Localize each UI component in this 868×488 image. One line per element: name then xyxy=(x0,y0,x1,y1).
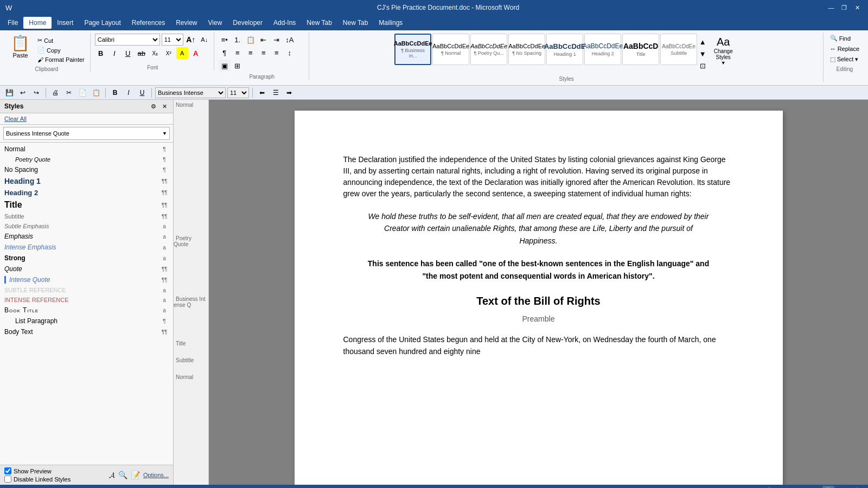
tool-redo[interactable]: ↪ xyxy=(30,87,42,98)
sort-button[interactable]: ↕A xyxy=(284,34,296,46)
minimize-button[interactable]: — xyxy=(826,3,837,12)
list-item[interactable]: Book Title a xyxy=(0,305,173,316)
tool-cut-2[interactable]: ✂ xyxy=(63,87,75,98)
disable-linked-checkbox[interactable] xyxy=(4,476,11,483)
find-button[interactable]: 🔍 Find xyxy=(828,34,853,43)
align-left-button[interactable]: ≡ xyxy=(232,47,244,59)
font-size-select[interactable]: 11 xyxy=(162,34,183,46)
view-print-button[interactable]: 📄 xyxy=(822,486,834,488)
underline-button[interactable]: U xyxy=(122,47,134,59)
styles-panel-settings[interactable]: ⚙ xyxy=(149,102,158,111)
show-preview-check[interactable]: Show Preview xyxy=(4,467,71,474)
style-dropdown[interactable]: Business Intense Quote ▼ xyxy=(3,127,170,140)
styles-more[interactable]: ⊡ xyxy=(697,60,709,72)
menu-file[interactable]: File xyxy=(2,17,23,29)
format-painter-button[interactable]: 🖌 Format Painter xyxy=(35,55,87,64)
document-container[interactable]: The Declaration justified the independen… xyxy=(209,100,868,485)
menu-home[interactable]: Home xyxy=(23,17,52,29)
list-item[interactable]: Quote ¶¶ xyxy=(0,264,173,274)
tool-undo[interactable]: ↩ xyxy=(17,87,29,98)
align-right-button[interactable]: ≡ xyxy=(258,47,270,59)
list-item[interactable]: Subtitle ¶¶ xyxy=(0,211,173,221)
style-heading1-pill[interactable]: AaBbCcDdE Heading 1 xyxy=(546,34,583,65)
view-web-button[interactable]: 🌐 xyxy=(851,486,863,488)
maximize-button[interactable]: ❐ xyxy=(839,3,850,12)
menu-references[interactable]: References xyxy=(126,17,170,29)
borders-button[interactable]: ⊞ xyxy=(232,60,244,72)
font-name-select[interactable]: Calibri xyxy=(95,34,160,46)
manage-styles-button[interactable]: 📝 xyxy=(131,471,140,479)
tool-align-l[interactable]: ⬅ xyxy=(256,87,268,98)
menu-developer[interactable]: Developer xyxy=(227,17,268,29)
menu-new-tab-2[interactable]: New Tab xyxy=(337,17,373,29)
style-business-intense[interactable]: AaBbCcDdEe ¶ Business In... xyxy=(394,34,431,65)
subscript-button[interactable]: X₂ xyxy=(149,47,161,59)
justify-button[interactable]: ≡ xyxy=(271,47,283,59)
list-item[interactable]: Subtle Reference a xyxy=(0,285,173,295)
disable-linked-check[interactable]: Disable Linked Styles xyxy=(4,476,71,483)
menu-mailings[interactable]: Mailings xyxy=(373,17,408,29)
list-item[interactable]: Intense Reference a xyxy=(0,295,173,305)
menu-review[interactable]: Review xyxy=(170,17,202,29)
bullets-button[interactable]: ≡• xyxy=(219,34,231,46)
shading-button[interactable]: ▣ xyxy=(219,60,231,72)
select-button[interactable]: ⬚ Select ▾ xyxy=(828,55,861,64)
font-color-button[interactable]: A xyxy=(190,47,202,59)
list-item[interactable]: Heading 1 ¶¶ xyxy=(0,175,173,187)
menu-view[interactable]: View xyxy=(203,17,228,29)
paste-button[interactable]: 📋 Paste xyxy=(7,34,34,61)
list-item[interactable]: Poetry Quote ¶ xyxy=(0,155,173,164)
replace-button[interactable]: ↔ Replace xyxy=(828,44,861,53)
new-style-button[interactable]: 𝓐 xyxy=(109,471,115,480)
styles-scroll-down[interactable]: ▼ xyxy=(697,48,709,60)
style-no-spacing-pill[interactable]: AaBbCcDdEe ¶ No Spacing xyxy=(508,34,545,65)
list-item[interactable]: List Paragraph ¶ xyxy=(0,316,173,326)
style-inspector-button[interactable]: 🔍 xyxy=(118,471,127,479)
shrink-font-button[interactable]: A↓ xyxy=(199,34,210,46)
font-size-box[interactable]: 11 xyxy=(227,87,249,98)
superscript-button[interactable]: X² xyxy=(163,47,175,59)
increase-indent-button[interactable]: ⇥ xyxy=(271,34,283,46)
copy-button[interactable]: 📄 Copy xyxy=(35,46,87,55)
list-item[interactable]: Emphasis a xyxy=(0,231,173,242)
list-item[interactable]: Subtle Emphasis a xyxy=(0,221,173,231)
menu-insert[interactable]: Insert xyxy=(52,17,79,29)
style-box-select[interactable]: Business Intense xyxy=(155,87,226,98)
tool-print[interactable]: 🖨 xyxy=(49,87,61,98)
menu-new-tab-1[interactable]: New Tab xyxy=(301,17,337,29)
options-button[interactable]: Options... xyxy=(143,472,169,478)
tool-copy-2[interactable]: 📄 xyxy=(76,87,88,98)
italic-button[interactable]: I xyxy=(108,47,120,59)
close-button[interactable]: ✕ xyxy=(852,3,863,12)
list-item[interactable]: Body Text ¶¶ xyxy=(0,326,173,337)
style-normal-pill[interactable]: AaBbCcDdEe ¶ Normal xyxy=(432,34,469,65)
tool-paste-2[interactable]: 📋 xyxy=(90,87,102,98)
tool-bold-2[interactable]: B xyxy=(109,87,121,98)
list-item[interactable]: Strong a xyxy=(0,253,173,264)
numbering-button[interactable]: 1. xyxy=(232,34,244,46)
strikethrough-button[interactable]: ab xyxy=(136,47,148,59)
decrease-indent-button[interactable]: ⇤ xyxy=(258,34,270,46)
style-subtitle-pill[interactable]: AaBbCcDdEe Subtitle xyxy=(660,34,697,65)
style-title-pill[interactable]: AaBbCcD Title xyxy=(622,34,659,65)
styles-scroll-up[interactable]: ▲ xyxy=(697,36,709,48)
list-item[interactable]: Intense Emphasis a xyxy=(0,242,173,253)
list-item[interactable]: Title ¶¶ xyxy=(0,198,173,211)
show-hide-button[interactable]: ¶ xyxy=(219,47,231,59)
change-styles-button[interactable]: Aa Change Styles ▼ xyxy=(708,34,738,68)
menu-page-layout[interactable]: Page Layout xyxy=(79,17,126,29)
clear-all-button[interactable]: Clear All xyxy=(0,113,173,125)
show-preview-checkbox[interactable] xyxy=(4,467,11,474)
cut-button[interactable]: ✂ Cut xyxy=(35,36,87,45)
view-fullscreen-button[interactable]: ⛶ xyxy=(837,486,848,488)
grow-font-button[interactable]: A↑ xyxy=(185,34,197,46)
tool-save[interactable]: 💾 xyxy=(3,87,15,98)
bold-button[interactable]: B xyxy=(95,47,107,59)
tool-italic-2[interactable]: I xyxy=(123,87,135,98)
tool-underline-2[interactable]: U xyxy=(136,87,148,98)
text-highlight-button[interactable]: A xyxy=(176,47,188,59)
list-item[interactable]: Normal ¶ xyxy=(0,144,173,155)
styles-panel-close[interactable]: ✕ xyxy=(160,102,169,111)
tool-align-c[interactable]: ☰ xyxy=(270,87,282,98)
multilevel-list-button[interactable]: 📋 xyxy=(245,34,257,46)
